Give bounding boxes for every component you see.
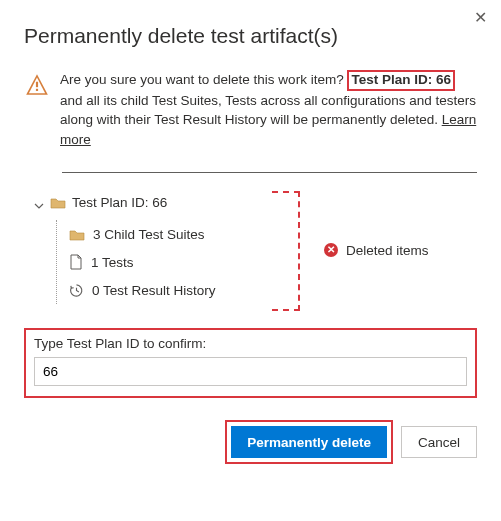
document-icon <box>69 254 83 270</box>
warning-prefix: Are you sure you want to delete this wor… <box>60 72 344 87</box>
dialog-title: Permanently delete test artifact(s) <box>24 24 477 48</box>
permanently-delete-button[interactable]: Permanently delete <box>231 426 387 458</box>
svg-rect-0 <box>36 82 38 87</box>
deleted-items-callout: ✕ Deleted items <box>324 243 429 258</box>
tree-item-label: 0 Test Result History <box>92 283 216 298</box>
history-icon <box>69 282 84 298</box>
tree-root-label: Test Plan ID: 66 <box>72 195 167 210</box>
confirm-section: Type Test Plan ID to confirm: <box>24 328 477 398</box>
cancel-button[interactable]: Cancel <box>401 426 477 458</box>
primary-button-highlight: Permanently delete <box>225 420 393 464</box>
tree-view: Test Plan ID: 66 3 Child Test Suites 1 T… <box>34 195 477 304</box>
warning-suffix: and all its child Test Suites, Tests acr… <box>60 93 476 128</box>
tree-item-label: 1 Tests <box>91 255 134 270</box>
tree-root[interactable]: Test Plan ID: 66 <box>34 195 477 210</box>
warning-text: Are you sure you want to delete this wor… <box>60 70 477 150</box>
close-icon[interactable]: ✕ <box>474 10 487 26</box>
divider <box>62 172 477 173</box>
test-plan-id-highlight: Test Plan ID: 66 <box>347 70 455 91</box>
warning-icon <box>24 72 50 98</box>
tree-item-label: 3 Child Test Suites <box>93 227 205 242</box>
folder-icon <box>50 195 66 210</box>
deleted-items-label: Deleted items <box>346 243 429 258</box>
folder-icon <box>69 226 85 241</box>
error-icon: ✕ <box>324 243 338 257</box>
dialog-footer: Permanently delete Cancel <box>24 420 477 464</box>
tree-children: 3 Child Test Suites 1 Tests 0 Test Resul… <box>56 220 477 304</box>
callout-bracket <box>272 191 300 311</box>
confirm-label: Type Test Plan ID to confirm: <box>34 336 467 351</box>
warning-message: Are you sure you want to delete this wor… <box>24 70 477 150</box>
chevron-down-icon <box>34 197 44 207</box>
confirm-input[interactable] <box>34 357 467 386</box>
svg-rect-1 <box>36 89 38 91</box>
